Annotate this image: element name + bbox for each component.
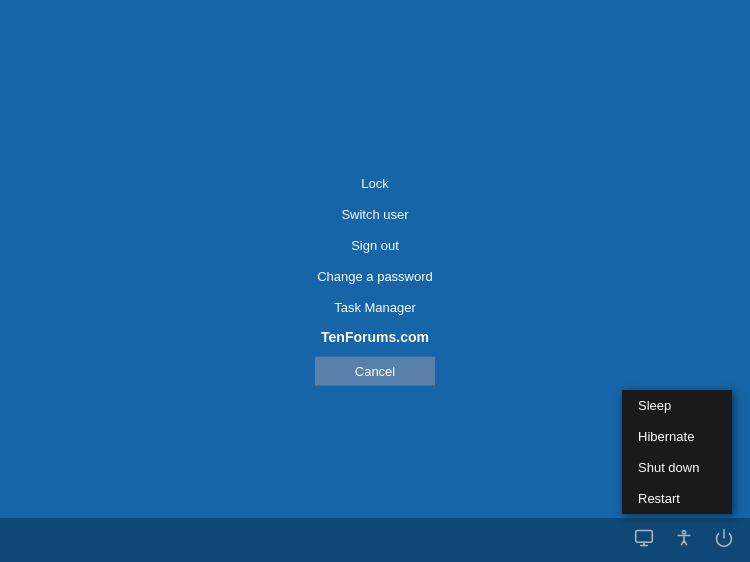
- center-menu-item-switch-user[interactable]: Switch user: [265, 199, 485, 230]
- center-menu-item-sign-out[interactable]: Sign out: [265, 230, 485, 261]
- power-menu-item-sleep[interactable]: Sleep: [622, 390, 732, 421]
- power-menu-item-restart[interactable]: Restart: [622, 483, 732, 514]
- center-menu-item-change-password[interactable]: Change a password: [265, 261, 485, 292]
- cancel-button[interactable]: Cancel: [315, 357, 435, 386]
- display-icon[interactable]: [634, 528, 654, 553]
- branding-label: TenForums.com: [305, 323, 445, 351]
- taskbar: [0, 518, 750, 562]
- center-menu-item-lock[interactable]: Lock: [265, 168, 485, 199]
- power-menu-item-hibernate[interactable]: Hibernate: [622, 421, 732, 452]
- center-menu-item-task-manager[interactable]: Task Manager: [265, 292, 485, 323]
- svg-rect-0: [636, 530, 653, 542]
- center-menu: LockSwitch userSign outChange a password…: [265, 168, 485, 386]
- power-menu-item-shut-down[interactable]: Shut down: [622, 452, 732, 483]
- power-icon[interactable]: [714, 528, 734, 553]
- accessibility-icon[interactable]: [674, 528, 694, 553]
- power-context-menu: SleepHibernateShut downRestart: [622, 390, 732, 514]
- svg-point-3: [682, 530, 685, 533]
